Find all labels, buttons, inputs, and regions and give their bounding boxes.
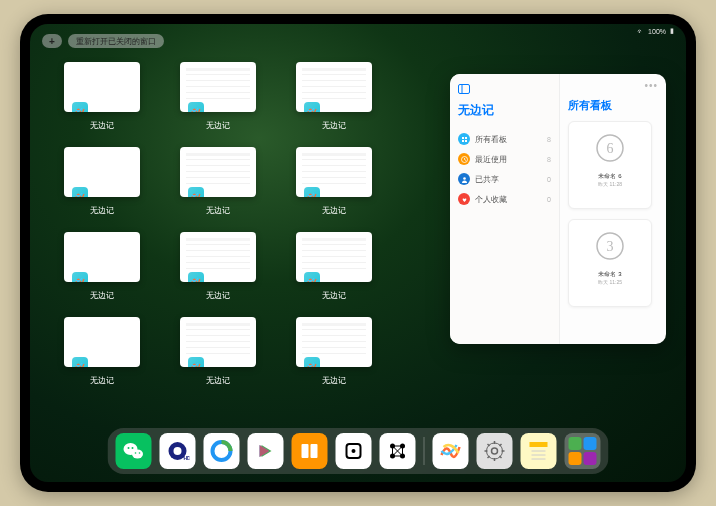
dock: HD	[108, 428, 609, 474]
dock-app-books[interactable]	[292, 433, 328, 469]
dock-app-qq-browser[interactable]	[204, 433, 240, 469]
svg-point-13	[132, 450, 143, 459]
svg-rect-40	[530, 442, 548, 447]
app-window-thumb[interactable]: 无边记	[58, 147, 146, 216]
app-window-thumb[interactable]: 无边记	[290, 232, 378, 301]
ipad-frame: ︎ᯤ 100% ▮ + 重新打开已关闭的窗口 无边记无边记无边记无边记无边记无边…	[20, 14, 696, 492]
app-window-thumb[interactable]: 无边记	[290, 317, 378, 386]
app-window-thumb[interactable]: 无边记	[58, 62, 146, 131]
wifi-icon: ︎ᯤ	[637, 28, 644, 35]
sidebar-category-item[interactable]: 个人收藏 0	[458, 189, 551, 209]
app-window-thumb[interactable]: 无边记	[290, 147, 378, 216]
freeform-app-icon	[188, 187, 204, 197]
window-preview	[64, 147, 140, 197]
svg-point-25	[352, 449, 356, 453]
svg-point-31	[492, 448, 498, 454]
window-label: 无边记	[206, 205, 230, 216]
svg-text:HD: HD	[184, 455, 190, 461]
screen: ︎ᯤ 100% ▮ + 重新打开已关闭的窗口 无边记无边记无边记无边记无边记无边…	[30, 24, 686, 482]
top-controls: + 重新打开已关闭的窗口	[42, 34, 164, 48]
sidebar-category-item[interactable]: 已共享 0	[458, 169, 551, 189]
window-label: 无边记	[206, 375, 230, 386]
svg-rect-5	[465, 140, 467, 142]
svg-point-15	[132, 447, 134, 449]
svg-text:6: 6	[607, 141, 614, 156]
window-preview	[296, 147, 372, 197]
dock-app-video-app[interactable]	[248, 433, 284, 469]
window-preview	[64, 232, 140, 282]
category-label: 最近使用	[475, 154, 507, 165]
svg-point-19	[174, 447, 182, 455]
app-window-thumb[interactable]: 无边记	[174, 147, 262, 216]
window-label: 无边记	[90, 375, 114, 386]
window-preview	[64, 317, 140, 367]
category-label: 已共享	[475, 174, 499, 185]
sidebar-category-item[interactable]: 所有看板 8	[458, 129, 551, 149]
dock-app-browser-hd[interactable]: HD	[160, 433, 196, 469]
svg-line-39	[500, 444, 502, 446]
app-window-thumb[interactable]: 无边记	[174, 317, 262, 386]
sidebar-toggle-icon[interactable]	[458, 84, 551, 96]
popover-section-title: 所有看板	[568, 98, 658, 113]
board-thumbnail: 6	[590, 128, 630, 168]
dock-app-notes[interactable]	[521, 433, 557, 469]
freeform-app-icon	[188, 102, 204, 112]
more-icon[interactable]: •••	[644, 80, 658, 91]
dock-app-dice-app[interactable]	[336, 433, 372, 469]
app-window-thumb[interactable]: 无边记	[58, 232, 146, 301]
popover-sidebar: 无边记 所有看板 8 最近使用 8 已共享 0 个人收藏 0	[450, 74, 560, 344]
svg-rect-0	[459, 85, 470, 94]
board-name: 未命名 3	[598, 270, 621, 279]
window-label: 无边记	[206, 120, 230, 131]
window-label: 无边记	[206, 290, 230, 301]
battery-text: 100%	[648, 28, 666, 35]
category-count: 0	[547, 176, 551, 183]
window-label: 无边记	[322, 375, 346, 386]
dock-app-freeform[interactable]	[433, 433, 469, 469]
window-preview	[180, 232, 256, 282]
dock-app-library[interactable]	[565, 433, 601, 469]
freeform-app-icon	[72, 272, 88, 282]
sidebar-category-item[interactable]: 最近使用 8	[458, 149, 551, 169]
category-label: 个人收藏	[475, 194, 507, 205]
window-label: 无边记	[322, 120, 346, 131]
svg-point-14	[128, 447, 130, 449]
clock-icon	[458, 153, 470, 165]
svg-point-17	[139, 452, 141, 454]
freeform-app-icon	[304, 272, 320, 282]
dock-app-settings[interactable]	[477, 433, 513, 469]
popover-content: ••• 所有看板 6 未命名 6 昨天 11:28 3 未命名 3 昨天 11:…	[560, 74, 666, 344]
svg-rect-22	[302, 444, 309, 458]
window-label: 无边记	[90, 120, 114, 131]
freeform-app-icon	[304, 102, 320, 112]
category-label: 所有看板	[475, 134, 507, 145]
freeform-app-icon	[72, 187, 88, 197]
freeform-app-icon	[304, 357, 320, 367]
freeform-app-icon	[72, 357, 88, 367]
app-window-thumb[interactable]: 无边记	[58, 317, 146, 386]
board-name: 未命名 6	[598, 172, 621, 181]
dock-app-connect-app[interactable]	[380, 433, 416, 469]
dock-app-wechat[interactable]	[116, 433, 152, 469]
category-count: 8	[547, 156, 551, 163]
window-preview	[180, 317, 256, 367]
status-bar: ︎ᯤ 100% ▮	[637, 27, 674, 35]
freeform-app-icon	[188, 357, 204, 367]
svg-point-16	[135, 452, 137, 454]
board-card[interactable]: 3 未命名 3 昨天 11:25	[568, 219, 652, 307]
app-window-thumb[interactable]: 无边记	[174, 232, 262, 301]
reopen-closed-window-button[interactable]: 重新打开已关闭的窗口	[68, 34, 164, 48]
svg-rect-4	[462, 140, 464, 142]
popover-app-title: 无边记	[458, 102, 551, 119]
app-switcher-grid: 无边记无边记无边记无边记无边记无边记无边记无边记无边记无边记无边记无边记	[58, 62, 378, 386]
new-window-button[interactable]: +	[42, 34, 62, 48]
svg-line-36	[488, 444, 490, 446]
window-preview	[296, 232, 372, 282]
app-window-thumb[interactable]: 无边记	[290, 62, 378, 131]
window-preview	[64, 62, 140, 112]
svg-rect-23	[311, 444, 318, 458]
svg-line-38	[488, 456, 490, 458]
window-preview	[296, 317, 372, 367]
app-window-thumb[interactable]: 无边记	[174, 62, 262, 131]
board-card[interactable]: 6 未命名 6 昨天 11:28	[568, 121, 652, 209]
